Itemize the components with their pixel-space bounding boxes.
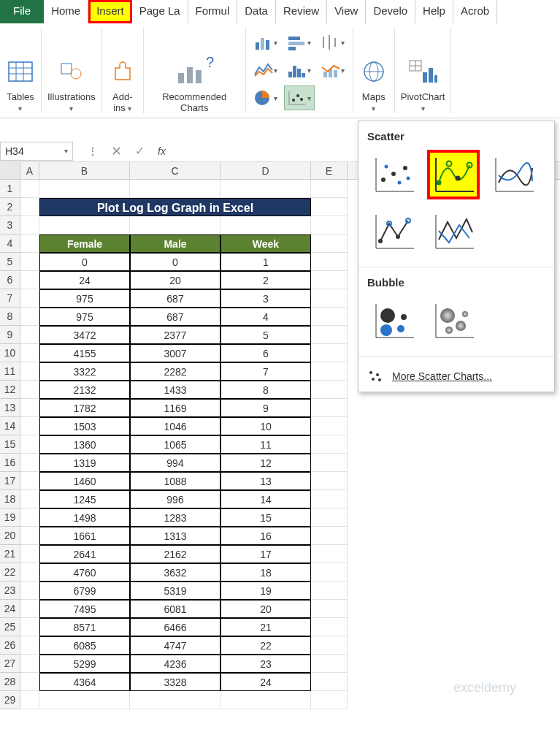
cell[interactable] [311, 527, 348, 545]
cell[interactable]: 1433 [130, 381, 220, 399]
row-header[interactable]: 3 [0, 216, 20, 235]
histogram-button[interactable]: ▾ [284, 58, 315, 83]
col-header-e[interactable]: E [311, 162, 348, 179]
cell[interactable] [39, 691, 130, 709]
bubble-option-3d[interactable] [427, 296, 480, 346]
cell[interactable] [20, 454, 39, 472]
cell[interactable]: 6466 [130, 618, 220, 636]
cell[interactable] [311, 180, 348, 198]
cell[interactable] [311, 308, 348, 326]
stock-chart-button[interactable]: ▾ [318, 30, 348, 55]
group-recommended-charts[interactable]: ? Recommended Charts [144, 28, 246, 113]
row-header[interactable]: 28 [0, 673, 20, 691]
cell[interactable]: 687 [130, 289, 220, 308]
cell[interactable] [311, 289, 348, 308]
cell[interactable]: 3322 [39, 362, 130, 381]
cell[interactable]: 1313 [130, 527, 220, 545]
cell[interactable]: 4236 [130, 655, 220, 673]
cell[interactable]: 24 [39, 271, 130, 289]
tab-acrobat[interactable]: Acrob [453, 0, 497, 23]
more-scatter-charts[interactable]: More Scatter Charts... [367, 365, 545, 384]
cell[interactable]: 4155 [39, 344, 130, 362]
cell[interactable] [311, 508, 348, 527]
scatter-option-straight-lines-markers[interactable] [367, 207, 420, 256]
cell[interactable] [20, 582, 39, 600]
row-header[interactable]: 10 [0, 344, 20, 362]
formula-cancel-icon[interactable]: ✕ [111, 143, 122, 159]
cell[interactable] [20, 399, 39, 417]
cell[interactable] [220, 180, 311, 198]
cell[interactable]: 17 [220, 545, 311, 563]
cell[interactable] [39, 180, 130, 198]
cell[interactable]: 1046 [130, 417, 220, 435]
scatter-chart-button[interactable]: ▾ [284, 85, 315, 110]
cell[interactable]: 5319 [130, 582, 220, 600]
cell[interactable]: 22 [220, 636, 311, 655]
cell[interactable] [311, 271, 348, 289]
cell[interactable]: 1460 [39, 472, 130, 490]
cell[interactable] [311, 618, 348, 636]
cell[interactable] [311, 636, 348, 655]
cell[interactable] [20, 673, 39, 691]
cell[interactable] [20, 326, 39, 344]
cell[interactable] [130, 180, 220, 198]
cell[interactable]: 11 [220, 435, 311, 454]
cell[interactable] [20, 235, 39, 253]
cell[interactable] [311, 600, 348, 618]
cell[interactable]: 1088 [130, 472, 220, 490]
cell[interactable] [20, 216, 39, 235]
tab-home[interactable]: Home [44, 0, 88, 23]
cell[interactable]: 6081 [130, 600, 220, 618]
cell[interactable] [311, 673, 348, 691]
scatter-option-markers-only[interactable] [367, 150, 420, 199]
group-tables[interactable]: Tables▾ [0, 28, 42, 113]
tab-developer[interactable]: Develo [366, 0, 415, 23]
group-addins[interactable]: Add- ins ▾ [102, 28, 144, 113]
cell[interactable]: 18 [220, 563, 311, 582]
row-header[interactable]: 13 [0, 399, 20, 417]
row-header[interactable]: 12 [0, 381, 20, 399]
cell[interactable]: 20 [130, 271, 220, 289]
column-chart-button[interactable]: ▾ [250, 30, 281, 55]
cell[interactable] [20, 636, 39, 655]
cell[interactable] [311, 582, 348, 600]
cell[interactable]: 20 [220, 600, 311, 618]
cell[interactable]: 1782 [39, 399, 130, 417]
row-header[interactable]: 24 [0, 600, 20, 618]
cell[interactable] [20, 600, 39, 618]
cell[interactable]: 12 [220, 454, 311, 472]
cell[interactable] [311, 198, 348, 216]
cell[interactable]: 6085 [39, 636, 130, 655]
tab-page-layout[interactable]: Page La [132, 0, 188, 23]
cell[interactable] [311, 326, 348, 344]
scatter-option-smooth-lines[interactable] [487, 150, 540, 199]
cell[interactable]: 975 [39, 308, 130, 326]
cell[interactable]: 5 [220, 326, 311, 344]
row-header[interactable]: 2 [0, 198, 20, 216]
col-header-b[interactable]: B [39, 162, 130, 179]
row-header[interactable]: 17 [0, 472, 20, 490]
cell[interactable]: 14 [220, 490, 311, 508]
cell[interactable]: 996 [130, 490, 220, 508]
tab-file[interactable]: File [0, 0, 44, 23]
cell[interactable]: 15 [220, 508, 311, 527]
cell[interactable] [20, 362, 39, 381]
cell[interactable] [20, 435, 39, 454]
cell[interactable]: 13 [220, 472, 311, 490]
row-header[interactable]: 16 [0, 454, 20, 472]
row-header[interactable]: 6 [0, 271, 20, 289]
cell[interactable]: Male [130, 235, 220, 253]
cell[interactable]: 6799 [39, 582, 130, 600]
line-chart-button[interactable]: ▾ [250, 58, 281, 83]
cell[interactable]: 2282 [130, 362, 220, 381]
cell[interactable]: 1661 [39, 527, 130, 545]
cell[interactable] [20, 253, 39, 271]
row-header[interactable]: 9 [0, 326, 20, 344]
fx-label[interactable]: fx [158, 145, 166, 157]
row-header[interactable]: 8 [0, 308, 20, 326]
row-header[interactable]: 1 [0, 180, 20, 198]
row-header[interactable]: 20 [0, 527, 20, 545]
cell[interactable] [311, 454, 348, 472]
cell[interactable] [311, 344, 348, 362]
cell[interactable] [20, 490, 39, 508]
